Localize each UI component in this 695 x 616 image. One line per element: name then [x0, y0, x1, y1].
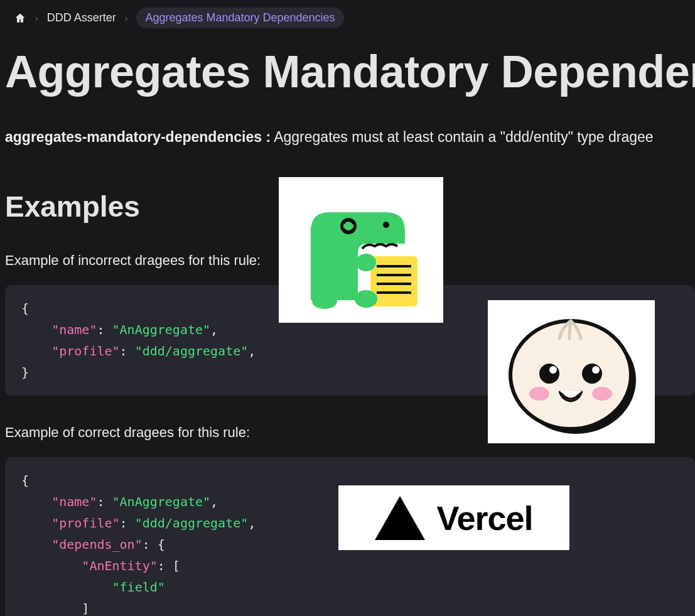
rule-text: Aggregates must at least contain a "ddd/…: [271, 129, 654, 145]
bun-logo: [488, 300, 655, 443]
code-key: AnEntity: [89, 558, 149, 573]
breadcrumb: › DDD Asserter › Aggregates Mandatory De…: [0, 0, 695, 28]
home-icon[interactable]: [14, 12, 26, 24]
code-value: ddd/aggregate: [143, 343, 241, 359]
svg-point-18: [592, 387, 612, 401]
rule-id: aggregates-mandatory-dependencies :: [5, 129, 271, 145]
svg-point-2: [383, 222, 389, 228]
svg-point-8: [356, 254, 376, 271]
vercel-wordmark: Vercel: [436, 499, 532, 538]
breadcrumb-item-current: Aggregates Mandatory Dependencies: [136, 8, 343, 28]
code-key: depends_on: [59, 537, 134, 552]
svg-point-13: [539, 364, 559, 384]
vercel-logo: Vercel: [338, 485, 569, 550]
chevron-right-icon: ›: [35, 13, 38, 23]
svg-rect-3: [370, 256, 418, 306]
code-value: AnAggregate: [120, 322, 203, 337]
breadcrumb-item-ddd-asserter[interactable]: DDD Asserter: [47, 11, 116, 24]
rule-description: aggregates-mandatory-dependencies : Aggr…: [0, 97, 695, 146]
docusaurus-logo: [279, 177, 443, 323]
svg-point-17: [529, 387, 549, 401]
svg-point-14: [549, 366, 557, 374]
page-title: Aggregates Mandatory Dependencies: [0, 28, 695, 97]
svg-point-9: [355, 290, 377, 308]
triangle-icon: [375, 496, 425, 540]
code-value: ddd/aggregate: [143, 516, 241, 531]
svg-point-10: [312, 294, 337, 309]
svg-point-15: [582, 364, 602, 384]
chevron-right-icon: ›: [125, 13, 128, 23]
code-value: field: [120, 580, 158, 595]
code-value: AnAggregate: [120, 494, 203, 509]
svg-point-16: [592, 366, 600, 374]
